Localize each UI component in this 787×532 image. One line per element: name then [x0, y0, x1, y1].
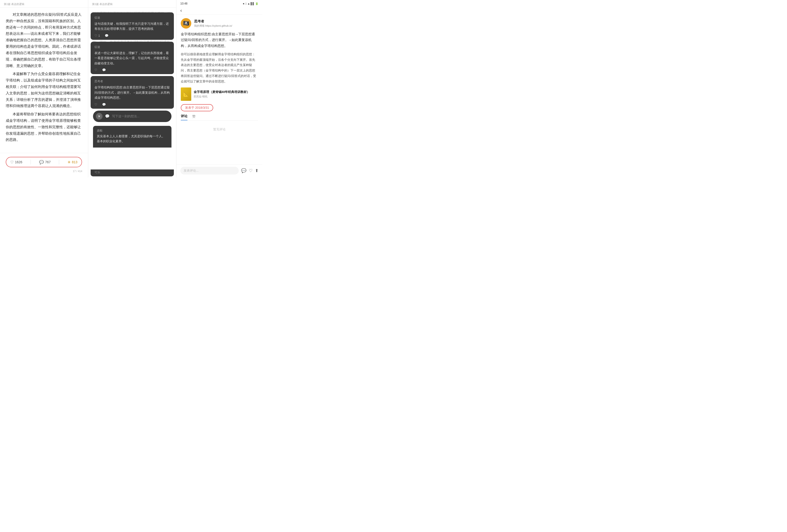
like-count-c1: 1 [98, 34, 100, 38]
tab-likes[interactable]: 赞 [192, 114, 195, 120]
partial-bottom-author: 可乐 [91, 170, 174, 176]
comment-actions-3: ♡ 💬 [94, 103, 170, 106]
comment-cards-container: 征途 这句话很关键，给我指明了不光只是学习沟通方面，还有在生活处理琐事方面，提供… [91, 13, 174, 148]
para-2: 本篇解释了为什么受众最容易理解和记住金字塔结构，以及组成金字塔的子结构之间如何互… [6, 71, 82, 109]
back-button[interactable]: ‹ [180, 8, 182, 13]
book-cover: 📐 [181, 87, 191, 101]
publish-date-badge: 发表于 2018/3/31 [181, 103, 258, 114]
like-count: 1626 [15, 160, 22, 164]
status-icons: ● □ ▲ ▌▌ 🔋 [243, 2, 258, 5]
battery-icon: ● □ ▲ ▌▌ 🔋 [243, 2, 258, 5]
para-3: 本篇将帮助你了解如何将要表达的思想组织成金字塔结构，说明了使用金字塔原理能够检查… [6, 111, 82, 143]
comment-card-1: 征途 这句话很关键，给我指明了不光只是学习沟通方面，还有在生活处理琐事方面，提供… [91, 13, 174, 40]
no-comment-text: 暂无评论 [181, 124, 258, 135]
divider-1 [30, 160, 31, 164]
share-count: 813 [72, 160, 77, 164]
comment-actions-1: ♡ 1 💬 [94, 34, 170, 38]
like-action-3[interactable]: ♡ [94, 103, 97, 106]
article-sub-text: 你可以很容易地使受众理解用金字塔结构组织的思想：先从金字塔的最顶端开始，沿各个分… [181, 52, 258, 84]
tabs-row: 评论 赞 [181, 114, 258, 120]
divider-2 [59, 160, 59, 164]
reply-icon-c1: 💬 [105, 34, 108, 38]
heart-icon: ♡ [10, 160, 14, 164]
comment-input-bar[interactable]: ✕ 💬 写下这一刻的想法... [93, 111, 171, 122]
panel2-body: 对文章阐述的思想作出疑问/回答式反应是人类的一种自然反应，没有国籍和民族的区别。… [88, 8, 176, 170]
author-info: 思考者 我的博客:https://sykent.github.io/ [194, 19, 232, 28]
comment-card-2: 征途 表述一些让大家听进去，理解了，记住的东西很难，看一看是否能够让受众心头一震… [91, 42, 174, 74]
comment-count: 767 [45, 160, 50, 164]
article-main-text: 金字塔结构组织思想:由主要思想开始→下层思想通过疑问/回答的方式，进行展开。→如… [181, 31, 258, 49]
author-bio: 我的博客:https://sykent.github.io/ [194, 24, 232, 28]
like-button[interactable]: ♡ 1626 [10, 160, 22, 164]
comment-button[interactable]: 💬 767 [39, 160, 50, 164]
comment-text-1: 这句话很关键，给我指明了不光只是学习沟通方面，还有在生活处理琐事方面，提供了思考… [94, 21, 170, 31]
author-name: 思考者 [194, 19, 232, 24]
tab-comments[interactable]: 评论 [181, 114, 188, 120]
avatar-emoji: 🏴‍☠️ [183, 20, 189, 26]
book-icon: 📐 [183, 91, 189, 97]
partial-comment-card: 龚毅 其实基本上人人都需要，尤其是职场的每一个人。基本的职业化素养。 [93, 126, 171, 148]
panel2-header: 第1篇 表达的逻辑 [88, 0, 176, 8]
comment-card-3: 思考者 金字塔结构组织思想:由主要思想开始→下层思想通过疑问/回答的方式，进行展… [91, 76, 174, 108]
panel1-footer: ♡ 1626 💬 767 ✳ 813 17 / 414 [0, 153, 88, 177]
comments-panel: 第1篇 表达的逻辑 对文章阐述的思想作出疑问/回答式反应是人类的一种自然反应，没… [88, 0, 176, 177]
bottom-share-icon[interactable]: ⬆ [255, 168, 258, 173]
bottom-comment-icon[interactable]: 💬 [241, 168, 246, 173]
comment-input[interactable]: 发表评论... [180, 167, 239, 175]
reply-action-3[interactable]: 💬 [102, 103, 106, 106]
comment-icon-bar: 💬 [105, 114, 110, 118]
reply-icon-c3: 💬 [102, 103, 106, 106]
partial-text: 其实基本上人人都需要，尤其是职场的每一个人。基本的职业化素养。 [97, 134, 168, 144]
panel1-header: 第1篇 表达的逻辑 [0, 0, 88, 8]
book-author: 芭芭拉·明托 [194, 95, 250, 98]
close-button[interactable]: ✕ [96, 113, 103, 120]
bottom-like-icon[interactable]: ♡ [249, 168, 253, 173]
like-action-1[interactable]: ♡ 1 [94, 34, 100, 38]
reply-action-2[interactable]: 💬 [102, 68, 106, 72]
share-button[interactable]: ✳ 813 [67, 160, 77, 164]
book-reference: 📐 金字塔原理（麦肯锡40年经典培训教材） 芭芭拉·明托 [181, 87, 258, 101]
heart-icon-c2: ♡ [94, 68, 97, 72]
navigation-bar: ‹ [176, 6, 262, 15]
reply-action-1[interactable]: 💬 [105, 34, 108, 38]
comment-icon: 💬 [39, 160, 44, 164]
comment-author-2: 征途 [94, 45, 170, 49]
heart-icon-c3: ♡ [94, 103, 97, 106]
publish-date: 发表于 2018/3/31 [181, 104, 213, 111]
share-icon: ✳ [67, 160, 70, 164]
like-action-2[interactable]: ♡ [94, 68, 97, 72]
reply-icon-c2: 💬 [102, 68, 106, 72]
status-bar: 10:48 ● □ ▲ ▌▌ 🔋 [176, 0, 262, 6]
comment-text-3: 金字塔结构组织思想:由主要思想开始→下层思想通过疑问/回答的方式，进行展开。→如… [94, 85, 170, 100]
comment-text-2: 表述一些让大家听进去，理解了，记住的东西很难，看一看是否能够让受众心头一震，引起… [94, 50, 170, 66]
para-1: 对文章阐述的思想作出疑问/回答式反应是人类的一种自然反应，没有国籍和民族的区别。… [6, 12, 82, 69]
book-title: 金字塔原理（麦肯锡40年经典培训教材） [194, 90, 250, 94]
page-indicator: 17 / 414 [6, 170, 82, 173]
heart-icon-c1: ♡ [94, 34, 97, 38]
action-bar: ♡ 1626 💬 767 ✳ 813 [6, 157, 82, 167]
panel1-content: 对文章阐述的思想作出疑问/回答式反应是人类的一种自然反应，没有国籍和民族的区别。… [0, 8, 88, 153]
comment-author-3: 思考者 [94, 80, 170, 84]
article-body: 🏴‍☠️ 思考者 我的博客:https://sykent.github.io/ … [176, 15, 262, 164]
book-info: 金字塔原理（麦肯锡40年经典培训教材） 芭芭拉·明托 [194, 90, 250, 98]
author-row: 🏴‍☠️ 思考者 我的博客:https://sykent.github.io/ [181, 18, 258, 29]
article-detail-panel: 10:48 ● □ ▲ ▌▌ 🔋 ‹ 🏴‍☠️ 思考者 我的博客:https:/… [176, 0, 262, 177]
avatar: 🏴‍☠️ [181, 18, 191, 29]
reading-panel: 第1篇 表达的逻辑 对文章阐述的思想作出疑问/回答式反应是人类的一种自然反应，没… [0, 0, 88, 177]
comment-actions-2: ♡ 💬 [94, 68, 170, 72]
status-time: 10:48 [180, 2, 188, 5]
input-placeholder: 写下这一刻的想法... [112, 114, 169, 118]
partial-author: 龚毅 [97, 129, 168, 133]
bottom-bar: 发表评论... 💬 ♡ ⬆ [176, 164, 262, 177]
comment-author-1: 征途 [94, 16, 170, 20]
